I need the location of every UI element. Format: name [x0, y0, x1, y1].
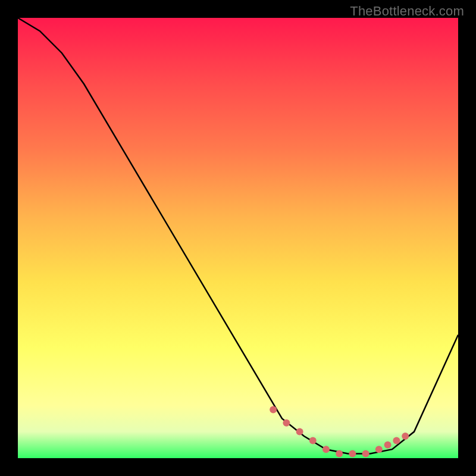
watermark-text: TheBottleneck.com: [350, 4, 464, 19]
marker-point: [309, 437, 317, 444]
marker-point: [296, 428, 303, 436]
marker-point: [283, 419, 290, 427]
chart-svg: [18, 18, 458, 458]
marker-point: [270, 406, 277, 414]
bottleneck-curve: [18, 18, 458, 454]
marker-point: [349, 450, 356, 458]
marker-point: [393, 437, 400, 444]
marker-point: [336, 450, 343, 458]
marker-point: [375, 446, 383, 453]
marker-point: [402, 433, 409, 440]
marker-point: [384, 441, 392, 449]
marker-point: [362, 450, 369, 458]
marker-point: [322, 446, 330, 453]
